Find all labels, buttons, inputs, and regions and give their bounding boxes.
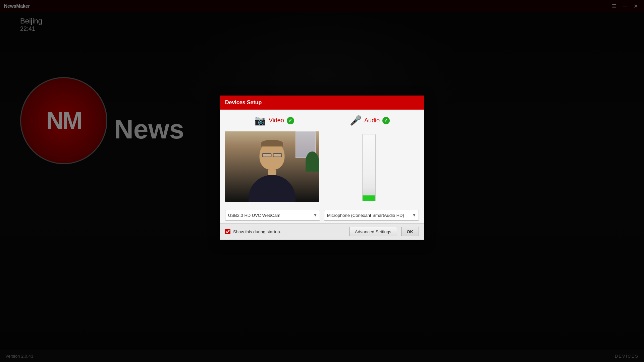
video-tab-label: Video — [269, 117, 284, 124]
content-area — [220, 129, 424, 207]
advanced-settings-button[interactable]: Advanced Settings — [349, 227, 397, 236]
body — [249, 175, 296, 202]
ok-button[interactable]: OK — [401, 227, 419, 236]
person-head — [260, 141, 285, 170]
microphone-select-wrapper: Microphone (Conexant SmartAudio HD) ▼ — [324, 210, 419, 221]
video-preview — [225, 131, 319, 202]
tabs-row: 📷 Video ✓ 🎤 Audio ✓ — [220, 110, 424, 129]
meter-background — [363, 134, 375, 201]
meter-fill — [363, 195, 375, 201]
dropdowns-row: USB2.0 HD UVC WebCam ▼ Microphone (Conex… — [220, 207, 424, 223]
dialog-footer: Show this during startup. Advanced Setti… — [220, 223, 424, 240]
video-check-icon: ✓ — [287, 117, 294, 124]
microphone-select[interactable]: Microphone (Conexant SmartAudio HD) — [324, 210, 419, 221]
microphone-icon: 🎤 — [350, 115, 362, 126]
video-tab[interactable]: 📷 Video ✓ — [254, 115, 294, 126]
show-startup-wrapper: Show this during startup. — [225, 229, 345, 234]
video-camera-icon: 📷 — [254, 115, 266, 126]
modal-overlay: Devices Setup 📷 Video ✓ 🎤 Audio ✓ — [0, 0, 644, 362]
show-startup-checkbox[interactable] — [225, 229, 230, 234]
hair — [261, 140, 283, 146]
show-startup-label: Show this during startup. — [233, 229, 281, 234]
audio-tab-label: Audio — [364, 117, 380, 124]
devices-setup-dialog: Devices Setup 📷 Video ✓ 🎤 Audio ✓ — [220, 96, 424, 240]
plant — [306, 152, 319, 172]
camera-select[interactable]: USB2.0 HD UVC WebCam — [225, 210, 320, 221]
camera-select-wrapper: USB2.0 HD UVC WebCam ▼ — [225, 210, 320, 221]
dialog-title: Devices Setup — [225, 100, 262, 106]
audio-meter — [362, 134, 376, 201]
audio-section — [319, 131, 419, 202]
glasses — [262, 153, 282, 157]
dialog-header: Devices Setup — [220, 96, 424, 110]
video-feed — [225, 131, 319, 202]
audio-tab[interactable]: 🎤 Audio ✓ — [350, 115, 390, 126]
audio-check-icon: ✓ — [382, 117, 390, 124]
